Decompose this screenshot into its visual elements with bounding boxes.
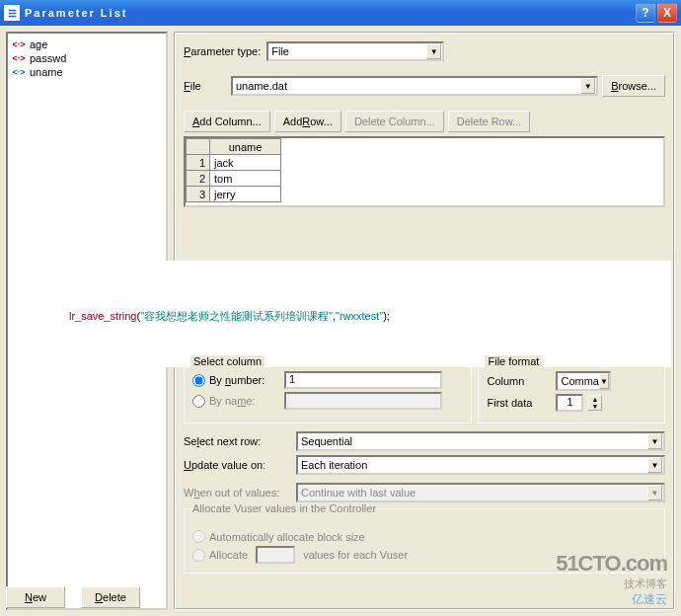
tree-item-label: age — [30, 38, 47, 50]
by-name-label: By name: — [209, 395, 280, 407]
add-column-button[interactable]: Add Column... — [184, 111, 270, 132]
by-name-input — [284, 392, 442, 410]
param-icon: <·> — [12, 52, 26, 64]
by-number-radio[interactable] — [192, 374, 205, 387]
when-out-combo: Continue with last value ▼ — [296, 483, 665, 502]
select-next-row-combo[interactable]: Sequential ▼ — [296, 431, 665, 451]
allocate-vuser-fieldset: Allocate Vuser values in the Controller … — [184, 508, 665, 574]
file-path-value: uname.dat — [236, 80, 287, 92]
parameter-type-value: File — [271, 45, 289, 57]
close-button[interactable]: X — [657, 3, 677, 23]
by-name-radio[interactable] — [192, 395, 205, 408]
when-out-label: When out of values: — [184, 487, 290, 499]
main-panel: Parameter type: File ▼ File uname.dat ▼ … — [174, 32, 675, 610]
allocate-label-1: Allocate — [209, 549, 248, 561]
delete-row-button: Delete Row... — [448, 111, 530, 132]
column-header[interactable]: uname — [210, 139, 281, 155]
add-row-button[interactable]: Add Row... — [274, 111, 341, 132]
table-row: 2tom — [187, 171, 281, 187]
auto-allocate-radio — [192, 530, 205, 543]
new-button[interactable]: New — [6, 586, 65, 608]
allocate-vuser-legend: Allocate Vuser values in the Controller — [192, 502, 376, 514]
tree-item-uname[interactable]: <·> uname — [12, 65, 162, 79]
by-number-label: By number: — [209, 374, 280, 386]
by-number-input[interactable]: 1 — [284, 371, 442, 389]
tree-item-label: passwd — [30, 52, 66, 64]
update-value-on-combo[interactable]: Each iteration ▼ — [296, 455, 665, 475]
param-icon: <·> — [12, 66, 26, 78]
chevron-down-icon: ▼ — [647, 457, 662, 473]
cell[interactable]: jerry — [210, 187, 281, 202]
browse-button[interactable]: Browse... — [602, 75, 665, 97]
chevron-down-icon: ▼ — [580, 78, 595, 94]
select-column-fieldset: Select column By number: 1 By name: — [184, 361, 472, 424]
row-number: 1 — [187, 155, 210, 171]
delete-button[interactable]: Delete — [81, 586, 140, 608]
cell[interactable]: tom — [210, 171, 281, 187]
cell[interactable]: jack — [210, 155, 281, 171]
help-button[interactable]: ? — [636, 3, 655, 23]
allocate-radio — [192, 549, 205, 562]
table-toolbar: Add Column... Add Row... Delete Column..… — [184, 111, 665, 132]
select-next-row-label: Select next row: — [184, 435, 290, 447]
file-format-legend: File format — [485, 355, 542, 367]
first-data-input[interactable]: 1 — [556, 394, 583, 412]
tree-item-label: uname — [30, 66, 63, 78]
window-title: Parameter List — [25, 7, 636, 19]
column-format-combo[interactable]: Comma ▼ — [556, 371, 611, 391]
column-label: Column — [487, 375, 552, 387]
update-value-on-label: Update value on: — [184, 459, 290, 471]
row-number: 2 — [187, 171, 210, 187]
allocate-label-2: values for each Vuser — [303, 549, 408, 561]
select-column-legend: Select column — [190, 355, 265, 367]
file-path-combo[interactable]: uname.dat ▼ — [231, 76, 598, 96]
titlebar: ☰ Parameter List ? X — [0, 0, 681, 26]
file-format-fieldset: File format Column Comma ▼ First data 1 … — [478, 361, 665, 424]
first-data-label: First data — [487, 397, 552, 409]
chevron-down-icon: ▼ — [647, 433, 662, 449]
data-table[interactable]: uname 1jack 2tom 3jerry — [184, 136, 665, 207]
chevron-down-icon: ▼ — [647, 485, 662, 500]
tree-item-age[interactable]: <·> age — [12, 38, 162, 51]
row-number: 3 — [187, 187, 210, 202]
allocate-count-input — [256, 546, 295, 564]
code-snippet: lr_save_string("容我想想老师之性能测试系列培训课程","rwxx… — [8, 261, 671, 367]
spinner-down-icon[interactable]: ▼ — [587, 402, 602, 411]
parameter-type-combo[interactable]: File ▼ — [266, 41, 444, 61]
chevron-down-icon: ▼ — [599, 373, 609, 389]
chevron-down-icon: ▼ — [426, 43, 441, 59]
app-icon: ☰ — [4, 5, 20, 21]
parameter-type-label: Parameter type: — [184, 45, 261, 57]
delete-column-button: Delete Column... — [345, 111, 444, 132]
tree-item-passwd[interactable]: <·> passwd — [12, 51, 162, 65]
table-row: 3jerry — [187, 187, 281, 202]
auto-allocate-label: Automatically allocate block size — [209, 531, 365, 543]
table-row: 1jack — [187, 155, 281, 171]
file-label: File — [184, 80, 231, 92]
param-icon: <·> — [12, 38, 26, 50]
